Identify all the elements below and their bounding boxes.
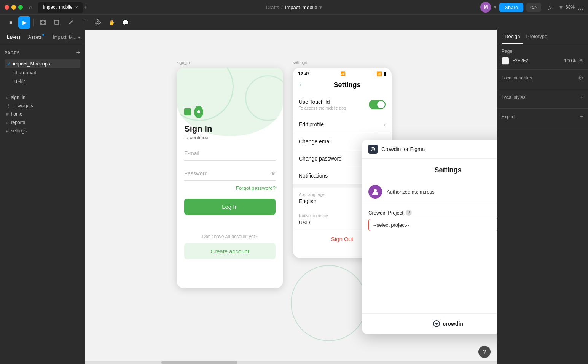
pen-tool[interactable] [64,16,76,29]
avatar-chevron[interactable]: ▾ [494,5,496,10]
page-color-swatch[interactable] [502,57,509,65]
layer-label: sign_in [11,95,25,100]
touch-id-toggle[interactable] [369,100,386,109]
touch-id-label: Use Touch Id [299,99,346,105]
project-select-dropdown[interactable]: --select project-- ▾ [368,219,497,231]
page-label: impact_Mockups [13,61,50,67]
layer-item-reports[interactable]: # reports [0,118,85,127]
pages-section: Pages + ✓ impact_Mockups thumnnail ui-ki… [0,45,85,90]
prototype-tab[interactable]: Prototype [523,30,550,44]
notifications-label: Notifications [299,173,328,179]
layers-tab[interactable]: Layers [5,33,23,41]
wifi-icon: 📶 [376,71,382,76]
maximize-traffic-light[interactable] [18,5,23,10]
select-tool[interactable]: ▶ [18,16,30,29]
page-color-row: F2F2F2 100% 👁 [502,57,583,65]
local-styles-section: Local styles + [497,89,588,109]
share-button[interactable]: Share [499,3,523,12]
edit-profile-label: Edit profile [299,121,324,127]
create-account-button[interactable]: Create account [184,243,276,259]
user-avatar[interactable]: M [480,2,491,13]
frame-icon: # [6,120,9,125]
left-sidebar: Layers Assets impact_M... ▾ Pages + ✓ im… [0,30,85,364]
local-styles-add-button[interactable]: + [580,94,583,101]
email-input-row [184,146,276,161]
hand-tool[interactable]: ✋ [105,16,118,29]
page-section-label: Page [502,49,512,54]
layer-label: home [11,111,22,117]
change-password-label: Change password [299,156,342,162]
components-tool[interactable] [92,16,104,29]
page-section: Page F2F2F2 100% 👁 [497,44,588,70]
text-tool[interactable]: T [78,16,90,29]
layer-label: reports [11,120,25,125]
shape-tool[interactable] [51,16,63,29]
frame-tool[interactable] [37,16,49,29]
tab-close-icon[interactable]: ✕ [75,5,78,10]
back-arrow-icon[interactable]: ← [298,81,305,89]
app-logo [184,106,276,118]
canvas-scrollbar-thumb[interactable] [161,361,237,364]
export-add-button[interactable]: + [580,113,583,120]
chevron-down-icon[interactable]: ▾ [319,5,322,10]
visibility-toggle-button[interactable]: 👁 [579,58,583,64]
new-tab-button[interactable]: + [84,4,88,11]
assets-tab[interactable]: Assets [26,33,44,41]
chevron-right-icon: › [384,121,386,127]
traffic-lights [5,5,23,10]
project-label-row: Crowdin Project ? [368,210,497,216]
signin-content: Sign In to continue 👁 Forgot password? L… [177,68,283,267]
add-page-button[interactable]: + [76,49,80,56]
minimize-traffic-light[interactable] [11,5,16,10]
login-button[interactable]: Log In [184,199,276,215]
settings-item-touch-id[interactable]: Use Touch Id To access the mobile app [293,94,392,116]
settings-statusbar: 12:42 📶 📶 ▮ [293,68,392,78]
local-variables-settings-button[interactable]: ⚙ [578,74,583,81]
page-label: thumnnail [14,70,36,75]
password-toggle-icon[interactable]: 👁 [270,170,276,176]
layer-item-settings[interactable]: # settings [0,127,85,135]
toolbar: ≡ ▶ T ✋ 💬 [0,14,588,30]
help-icon[interactable]: ? [406,210,412,216]
more-options-button[interactable]: ... [578,3,583,11]
comment-tool[interactable]: 💬 [119,16,131,29]
frame-icon: # [6,128,9,134]
layer-item-home[interactable]: # home [0,110,85,118]
layer-item-sign-in[interactable]: # sign_in [0,93,85,102]
active-tab[interactable]: Impact_mobile ✕ [38,2,82,13]
code-button[interactable]: </> [526,3,541,12]
page-item-impact-mockups[interactable]: ✓ impact_Mockups [5,59,80,68]
filename-chevron-icon[interactable]: ▾ [78,35,80,40]
crowdin-brand-name: crowdin [443,321,463,327]
status-icons: 📶 ▮ [376,71,386,76]
canvas-scrollbar[interactable] [85,361,497,364]
frame-icon: # [6,111,9,117]
canvas[interactable]: sign_in Sign In to continue [85,30,497,364]
page-item-thumbnail[interactable]: thumnnail [5,68,80,77]
logo-drop [194,106,203,118]
logo-square [184,108,191,115]
design-tab[interactable]: Design [502,30,523,44]
local-variables-header: Local variables ⚙ [502,74,583,81]
help-fab-button[interactable]: ? [478,346,491,358]
popup-header: Crowdin for Figma ✕ [362,140,497,159]
layer-item-widgets[interactable]: ⋮⋮ widgets [0,102,85,110]
signin-title: Sign In [184,124,276,134]
home-icon[interactable]: ⌂ [29,4,32,10]
page-check-icon: ✓ [7,61,11,67]
zoom-level[interactable]: 68% [566,5,575,10]
page-item-ui-kit[interactable]: ui-kit [5,77,80,86]
password-input[interactable] [184,167,270,180]
frame-label-signin: sign_in [177,60,190,65]
menu-tool[interactable]: ≡ [5,16,17,29]
layers-section: # sign_in ⋮⋮ widgets # home # reports # … [0,90,85,138]
pages-header: Pages + [5,49,80,56]
svg-rect-8 [99,21,101,24]
email-input[interactable] [184,146,276,160]
settings-item-edit-profile[interactable]: Edit profile › [293,116,392,133]
play-chevron[interactable]: ▾ [559,4,563,11]
forgot-password-link[interactable]: Forgot password? [184,185,276,191]
play-button[interactable]: ▷ [544,1,556,13]
right-panel: Design Prototype Page F2F2F2 100% 👁 Loca… [497,30,588,364]
close-traffic-light[interactable] [5,5,9,10]
